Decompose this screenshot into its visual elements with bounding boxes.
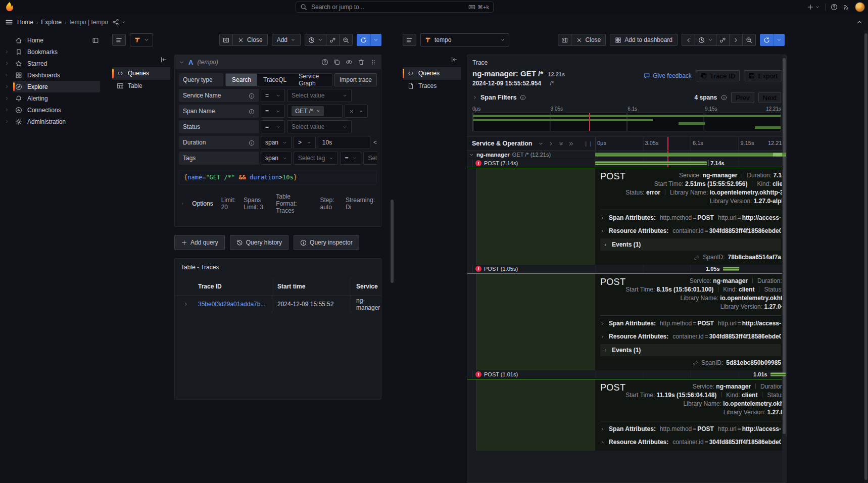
user-avatar[interactable] — [855, 2, 865, 12]
expand-all-icon[interactable] — [568, 140, 574, 147]
breadcrumb-item[interactable]: Home — [17, 19, 33, 26]
timeline-cell[interactable] — [595, 151, 786, 159]
root-span-bar[interactable] — [595, 153, 786, 157]
datasource-picker-left[interactable] — [130, 33, 153, 46]
content-outline-item-traces[interactable]: Traces — [403, 80, 461, 92]
minimap-canvas[interactable] — [472, 113, 781, 131]
new-button[interactable] — [807, 4, 820, 11]
collapse-toolbar-button[interactable] — [856, 19, 863, 26]
column-resize-handle[interactable]: ❘❘ — [584, 141, 595, 147]
run-query-button-left[interactable] — [357, 34, 370, 46]
trace-id-link[interactable]: 35be0f3d29a01adda7b... — [198, 301, 265, 308]
time-range-button-left[interactable] — [305, 34, 326, 46]
collapse-one-icon[interactable] — [538, 140, 544, 147]
query-type-tab-traceql[interactable]: TraceQL — [257, 74, 293, 86]
run-query-interval-button-left[interactable] — [370, 34, 381, 46]
span-filters-toggle[interactable]: Span Filters — [472, 94, 526, 101]
next-span-button[interactable]: Next — [758, 92, 781, 103]
timeline-cell[interactable]: 7.14s — [595, 159, 786, 167]
span-attributes-row[interactable]: Span Attributes:http.method=POSThttp.url… — [600, 422, 781, 436]
span-bar[interactable] — [595, 162, 707, 165]
breadcrumb-item[interactable]: tempo | tempo — [69, 19, 108, 26]
disable-query-icon[interactable] — [346, 59, 353, 66]
query-type-tab-service-graph[interactable]: Service Graph — [293, 74, 332, 86]
prev-span-button[interactable]: Prev — [731, 92, 754, 103]
resource-attributes-row[interactable]: Resource Attributes:container.id=304fd88… — [600, 436, 781, 449]
export-button[interactable]: Export — [744, 70, 782, 81]
sidebar-link-starred[interactable]: Starred — [13, 58, 100, 69]
field-select[interactable]: = — [340, 152, 361, 165]
trace-panel-scrollbar[interactable] — [782, 55, 786, 482]
collapse-sidebar-button[interactable] — [160, 56, 167, 63]
column-header-start-time[interactable]: Start time — [272, 278, 351, 295]
sidebar-item-expand[interactable] — [0, 73, 13, 77]
sidebar-item-expand[interactable] — [0, 84, 13, 89]
query-editor-header[interactable]: A (tempo) — [175, 55, 381, 69]
remove-query-icon[interactable] — [358, 59, 365, 66]
duplicate-query-icon[interactable] — [333, 59, 341, 66]
news-button[interactable] — [843, 4, 850, 11]
events-row[interactable]: Events (1) — [600, 238, 781, 251]
field-select[interactable]: = — [261, 89, 285, 102]
sidebar-item-expand[interactable] — [0, 119, 13, 124]
root-span-row[interactable]: ng-manager GET /* (12.21s) — [467, 151, 786, 159]
expand-one-icon[interactable] — [548, 140, 554, 147]
content-outline-item-table[interactable]: Table — [112, 80, 170, 92]
resource-attributes-row[interactable]: Resource Attributes:container.id=304fd88… — [600, 330, 781, 343]
query-library-button-right[interactable] — [403, 34, 416, 46]
field-select[interactable]: = — [261, 120, 285, 133]
span-bar[interactable] — [723, 267, 740, 271]
time-shift-back-button[interactable] — [682, 34, 695, 46]
clear-and-open[interactable] — [345, 105, 368, 118]
collapse-span-icon[interactable] — [469, 151, 474, 158]
query-type-tab-search[interactable]: Search — [226, 74, 257, 86]
search-input[interactable] — [310, 3, 465, 11]
field-select[interactable]: = — [261, 105, 285, 118]
field-select[interactable]: span — [261, 136, 292, 149]
query-library-button[interactable] — [112, 34, 126, 46]
left-pane-scrollbar[interactable] — [391, 200, 394, 283]
help-button[interactable] — [831, 4, 838, 11]
sidebar-link-connections[interactable]: Connections — [13, 104, 100, 116]
query-help-icon[interactable] — [321, 59, 328, 66]
sidebar-item-expand[interactable] — [0, 108, 13, 112]
selected-chip[interactable]: GET /* — [292, 106, 324, 116]
collapse-all-icon[interactable] — [558, 140, 564, 147]
import-trace-button[interactable]: Import trace — [334, 73, 377, 86]
span-row[interactable]: ! POST (7.14s)7.14s — [467, 159, 786, 168]
grafana-logo-icon[interactable] — [4, 2, 15, 13]
zoom-out-button-left[interactable] — [340, 34, 353, 46]
span-attributes-row[interactable]: Span Attributes:http.method=POSThttp.url… — [600, 211, 781, 224]
sidebar-link-administration[interactable]: Administration — [13, 116, 100, 127]
column-header-service[interactable]: Service — [351, 278, 381, 295]
sidebar-item-expand[interactable] — [0, 96, 13, 101]
span-row[interactable]: ! POST (1.05s)1.05s — [467, 265, 786, 273]
link-icon[interactable] — [692, 359, 698, 366]
copy-link-button-right[interactable] — [716, 34, 730, 46]
global-search[interactable]: ⌘+k — [296, 2, 494, 13]
span-bar[interactable] — [770, 373, 786, 376]
run-query-button-right[interactable] — [760, 34, 774, 46]
field-select[interactable]: Select va — [363, 152, 377, 165]
button-query-history[interactable]: Query history — [230, 235, 288, 250]
time-shift-forward-button[interactable] — [730, 34, 743, 46]
run-query-interval-button-right[interactable] — [774, 34, 785, 46]
column-header-trace-id[interactable]: Trace ID — [197, 283, 272, 290]
timeline-cell[interactable]: 1.05s — [595, 265, 786, 273]
events-row[interactable]: Events (1) — [600, 344, 781, 356]
field-select[interactable]: span — [261, 152, 292, 165]
zoom-out-button-right[interactable] — [743, 34, 756, 46]
add-to-dashboard-button[interactable]: Add to dashboard — [610, 34, 678, 46]
close-right-pane-button[interactable]: Close — [571, 34, 606, 46]
span-attributes-row[interactable]: Span Attributes:http.method=POSThttp.url… — [600, 317, 781, 330]
button-add-query[interactable]: Add query — [174, 235, 225, 250]
sidebar-item-expand[interactable] — [0, 61, 13, 66]
link-icon[interactable] — [694, 254, 700, 261]
content-outline-item-queries[interactable]: Queries — [112, 67, 170, 80]
sidebar-link-bookmarks[interactable]: Bookmarks — [13, 46, 100, 58]
time-range-button-right[interactable] — [695, 34, 716, 46]
timeline-cell[interactable]: 1.01s — [595, 370, 786, 378]
sidebar-item-expand[interactable] — [0, 50, 13, 54]
trace-id-button[interactable]: Trace ID — [696, 70, 740, 81]
split-close-left-button[interactable] — [219, 34, 233, 46]
